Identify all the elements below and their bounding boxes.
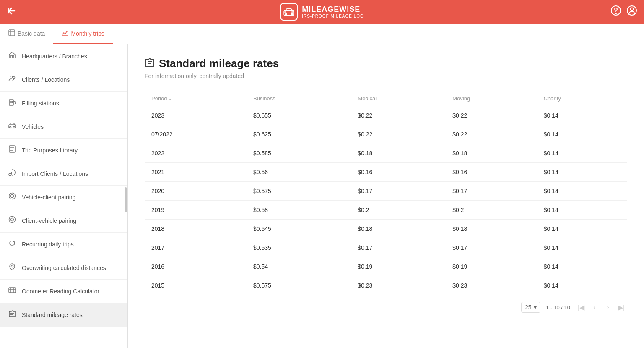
tab-basic-data[interactable]: Basic data bbox=[0, 24, 53, 44]
cell-period: 2019 bbox=[145, 201, 247, 220]
svg-point-3 bbox=[285, 13, 287, 16]
cell-period: 07/2022 bbox=[145, 125, 247, 144]
cell-charity: $0.14 bbox=[537, 238, 627, 257]
cell-charity: $0.14 bbox=[537, 182, 627, 201]
svg-point-8 bbox=[615, 13, 616, 14]
user-button[interactable] bbox=[626, 5, 637, 18]
first-page-button[interactable]: |◀ bbox=[575, 301, 587, 313]
cell-charity: $0.14 bbox=[537, 106, 627, 125]
cell-period: 2018 bbox=[145, 220, 247, 238]
svg-point-17 bbox=[10, 76, 13, 78]
page-title: Standard mileage rates bbox=[159, 57, 279, 70]
cell-charity: $0.14 bbox=[537, 125, 627, 144]
cell-medical: $0.16 bbox=[351, 163, 446, 182]
cell-moving: $0.18 bbox=[446, 144, 537, 163]
cell-moving: $0.2 bbox=[446, 201, 537, 220]
cell-business: $0.575 bbox=[247, 182, 351, 201]
cell-medical: $0.23 bbox=[351, 276, 446, 295]
cell-medical: $0.18 bbox=[351, 144, 446, 163]
filling-stations-icon bbox=[8, 98, 16, 108]
cell-medical: $0.18 bbox=[351, 220, 446, 238]
cell-moving: $0.19 bbox=[446, 257, 537, 276]
prev-page-button[interactable]: ‹ bbox=[589, 301, 600, 313]
svg-rect-6 bbox=[291, 11, 293, 13]
sort-arrow-period: ↓ bbox=[169, 96, 171, 102]
sidebar-item-odometer[interactable]: Odometer Reading Calculator bbox=[0, 280, 127, 303]
svg-rect-5 bbox=[284, 11, 286, 13]
last-page-button[interactable]: ▶| bbox=[615, 301, 627, 313]
cell-charity: $0.14 bbox=[537, 163, 627, 182]
main-layout: Headquarters / Branches Clients / Locati… bbox=[0, 44, 644, 348]
svg-point-10 bbox=[631, 8, 634, 11]
cell-charity: $0.14 bbox=[537, 201, 627, 220]
table-row: 07/2022$0.625$0.22$0.22$0.14 bbox=[145, 125, 627, 144]
basic-data-icon bbox=[8, 29, 15, 38]
cell-moving: $0.18 bbox=[446, 220, 537, 238]
header-icons bbox=[610, 5, 637, 18]
sidebar-item-overwriting[interactable]: Overwriting calculated distances bbox=[0, 256, 127, 280]
sidebar-item-client-vehicle[interactable]: Client-vehicle pairing bbox=[0, 209, 127, 233]
sidebar-label-vehicles: Vehicles bbox=[22, 123, 44, 130]
svg-point-18 bbox=[13, 77, 15, 79]
sidebar: Headquarters / Branches Clients / Locati… bbox=[0, 44, 128, 348]
vehicles-icon bbox=[8, 122, 16, 131]
top-header: MILEAGEWISE IRS-PROOF MILEAGE LOG bbox=[0, 0, 644, 24]
sidebar-item-filling-stations[interactable]: Filling stations bbox=[0, 92, 127, 115]
help-button[interactable] bbox=[610, 5, 621, 18]
clients-icon bbox=[8, 75, 16, 84]
sidebar-item-import[interactable]: Import Clients / Locations bbox=[0, 162, 127, 186]
sidebar-item-recurring[interactable]: Recurring daily trips bbox=[0, 233, 127, 256]
sidebar-item-clients[interactable]: Clients / Locations bbox=[0, 68, 127, 92]
table-body: 2023$0.655$0.22$0.22$0.1407/2022$0.625$0… bbox=[145, 106, 627, 295]
tab-monthly-trips[interactable]: Monthly trips bbox=[53, 24, 112, 44]
sidebar-label-standard-mileage: Standard mileage rates bbox=[22, 311, 83, 318]
client-vehicle-icon bbox=[8, 216, 16, 225]
table-header: Period ↓ Business Medical Moving Charity bbox=[145, 91, 627, 106]
cell-moving: $0.22 bbox=[446, 106, 537, 125]
cell-business: $0.575 bbox=[247, 276, 351, 295]
svg-point-31 bbox=[11, 218, 14, 221]
cell-moving: $0.23 bbox=[446, 276, 537, 295]
th-business: Business bbox=[247, 91, 351, 106]
table-row: 2022$0.585$0.18$0.18$0.14 bbox=[145, 144, 627, 163]
sidebar-item-headquarters[interactable]: Headquarters / Branches bbox=[0, 44, 127, 68]
headquarters-icon bbox=[8, 51, 16, 61]
cell-business: $0.655 bbox=[247, 106, 351, 125]
table-row: 2023$0.655$0.22$0.22$0.14 bbox=[145, 106, 627, 125]
cell-moving: $0.22 bbox=[446, 125, 537, 144]
sidebar-item-vehicles[interactable]: Vehicles bbox=[0, 115, 127, 139]
sidebar-label-odometer: Odometer Reading Calculator bbox=[22, 288, 99, 295]
cell-period: 2022 bbox=[145, 144, 247, 163]
per-page-select[interactable]: 25 ▾ bbox=[521, 302, 541, 313]
cell-medical: $0.19 bbox=[351, 257, 446, 276]
page-title-icon bbox=[145, 58, 155, 70]
th-period[interactable]: Period ↓ bbox=[145, 91, 247, 106]
th-moving: Moving bbox=[446, 91, 537, 106]
sidebar-label-trip-purposes: Trip Purposes Library bbox=[22, 147, 78, 154]
tab-monthly-trips-label: Monthly trips bbox=[71, 30, 104, 37]
pagination-bar: 25 ▾ 1 - 10 / 10 |◀ ‹ › ▶| bbox=[145, 295, 627, 315]
sidebar-item-vehicle-client[interactable]: Vehicle-client pairing bbox=[0, 186, 127, 209]
table-row: 2021$0.56$0.16$0.16$0.14 bbox=[145, 163, 627, 182]
svg-point-32 bbox=[9, 217, 16, 223]
svg-point-23 bbox=[13, 127, 15, 128]
svg-rect-20 bbox=[10, 101, 13, 103]
odometer-icon bbox=[8, 286, 16, 296]
import-icon bbox=[8, 169, 16, 178]
sidebar-label-vehicle-client: Vehicle-client pairing bbox=[22, 194, 75, 201]
back-button[interactable] bbox=[7, 6, 17, 18]
cell-moving: $0.17 bbox=[446, 238, 537, 257]
sidebar-label-overwriting: Overwriting calculated distances bbox=[22, 264, 106, 271]
svg-rect-34 bbox=[9, 288, 16, 293]
sidebar-item-trip-purposes[interactable]: Trip Purposes Library bbox=[0, 139, 127, 162]
per-page-value: 25 bbox=[525, 304, 532, 311]
next-page-button[interactable]: › bbox=[602, 301, 614, 313]
cell-charity: $0.14 bbox=[537, 144, 627, 163]
sidebar-label-filling-stations: Filling stations bbox=[22, 100, 59, 107]
th-charity: Charity bbox=[537, 91, 627, 106]
vehicle-client-icon bbox=[8, 192, 16, 202]
sidebar-item-standard-mileage[interactable]: Standard mileage rates bbox=[0, 303, 127, 327]
logo-text: MILEAGEWISE IRS-PROOF MILEAGE LOG bbox=[302, 5, 364, 18]
cell-business: $0.58 bbox=[247, 201, 351, 220]
cell-charity: $0.14 bbox=[537, 276, 627, 295]
